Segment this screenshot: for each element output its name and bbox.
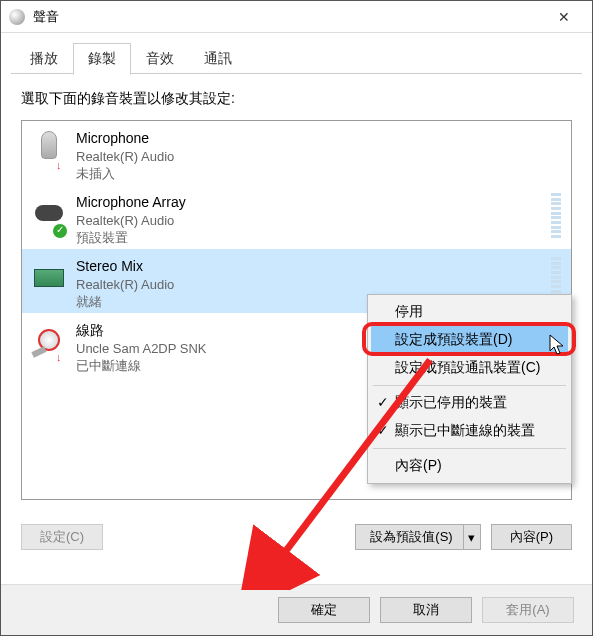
ok-button[interactable]: 確定 [278,597,370,623]
microphone-icon [32,131,66,173]
device-name: Microphone [76,129,561,148]
instruction-text: 選取下面的錄音裝置以修改其設定: [21,90,572,108]
menu-show-disconnected[interactable]: 顯示已中斷連線的裝置 [371,417,568,445]
tab-comm[interactable]: 通訊 [189,43,247,74]
window-title: 聲音 [33,8,544,26]
menu-set-default[interactable]: 設定成預設裝置(D) [371,326,568,354]
set-default-dropdown[interactable]: ▾ [463,524,481,550]
device-desc: Realtek(R) Audio [76,148,561,166]
dialog-footer: 確定 取消 套用(A) [1,584,592,635]
chevron-down-icon: ▾ [468,530,475,545]
menu-separator [373,448,566,449]
tab-strip: 播放 錄製 音效 通訊 [1,33,592,74]
device-name: Stereo Mix [76,257,543,276]
menu-separator [373,385,566,386]
lower-button-row: 設定(C) 設為預設值(S) ▾ 內容(P) [1,510,592,558]
configure-button[interactable]: 設定(C) [21,524,103,550]
close-button[interactable]: ✕ [544,3,584,31]
menu-properties[interactable]: 內容(P) [371,452,568,480]
tab-effects[interactable]: 音效 [131,43,189,74]
line-in-icon [32,323,66,365]
device-status: 未插入 [76,165,561,183]
menu-set-default-comm[interactable]: 設定成預設通訊裝置(C) [371,354,568,382]
menu-show-disabled[interactable]: 顯示已停用的裝置 [371,389,568,417]
device-row-microphone[interactable]: Microphone Realtek(R) Audio 未插入 [22,121,571,185]
mic-array-icon [32,195,66,237]
device-name: Microphone Array [76,193,543,212]
speaker-icon [9,9,25,25]
set-default-split-button[interactable]: 設為預設值(S) ▾ [355,524,480,550]
device-desc: Realtek(R) Audio [76,212,543,230]
titlebar: 聲音 ✕ [1,1,592,33]
cancel-button[interactable]: 取消 [380,597,472,623]
device-status: 預設裝置 [76,229,543,247]
tab-recording[interactable]: 錄製 [73,43,131,75]
properties-button[interactable]: 內容(P) [491,524,572,550]
level-meter [551,193,561,238]
device-desc: Realtek(R) Audio [76,276,543,294]
device-row-mic-array[interactable]: Microphone Array Realtek(R) Audio 預設裝置 [22,185,571,249]
apply-button[interactable]: 套用(A) [482,597,574,623]
sound-card-icon [32,259,66,301]
context-menu: 停用 設定成預設裝置(D) 設定成預設通訊裝置(C) 顯示已停用的裝置 顯示已中… [367,294,572,484]
tab-playback[interactable]: 播放 [15,43,73,74]
menu-disable[interactable]: 停用 [371,298,568,326]
set-default-button[interactable]: 設為預設值(S) [355,524,462,550]
